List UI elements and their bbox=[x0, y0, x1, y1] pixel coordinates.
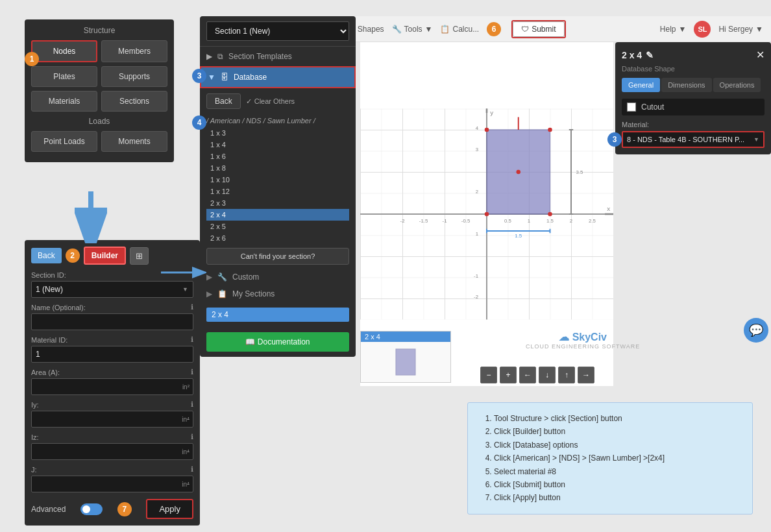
j-field: J: ℹ in⁴ bbox=[31, 465, 193, 492]
lumber-item[interactable]: 1 x 10 bbox=[206, 174, 349, 186]
iz-info-icon: ℹ bbox=[191, 433, 193, 441]
badge-2: 2 bbox=[66, 248, 80, 263]
members-btn[interactable]: Members bbox=[101, 40, 167, 62]
name-input[interactable] bbox=[31, 313, 193, 330]
expand-arrow-icon: ▶ bbox=[206, 289, 212, 298]
lumber-list: 1 x 31 x 41 x 61 x 81 x 101 x 122 x 32 x… bbox=[206, 127, 349, 244]
area-input[interactable] bbox=[31, 378, 193, 395]
pan-left-btn[interactable]: ← bbox=[519, 367, 536, 383]
section-modal: Section 1 (New) ▶ ⧉ Section Templates 3 … bbox=[200, 16, 356, 357]
lumber-item[interactable]: 1 x 12 bbox=[206, 186, 349, 197]
db-shape-label: Database Shape bbox=[622, 65, 765, 73]
chevron-down-icon: ▼ bbox=[755, 25, 763, 34]
point-loads-btn[interactable]: Point Loads bbox=[31, 131, 97, 152]
section-label-bar: 2 x 4 bbox=[206, 308, 349, 322]
svg-text:-1: -1 bbox=[474, 273, 478, 279]
j-info-icon: ℹ bbox=[191, 465, 193, 474]
lumber-item[interactable]: 2 x 4 bbox=[206, 209, 349, 221]
material-id-label: Material ID: ℹ bbox=[31, 335, 193, 344]
zoom-out-btn[interactable]: − bbox=[480, 367, 497, 383]
badge-1: 1 bbox=[25, 52, 39, 66]
j-input[interactable] bbox=[31, 476, 193, 492]
builder-btn[interactable]: Builder bbox=[84, 247, 126, 265]
apply-btn[interactable]: Apply bbox=[146, 499, 193, 519]
supports-btn[interactable]: Supports bbox=[101, 66, 167, 87]
materials-btn[interactable]: Materials bbox=[31, 91, 97, 112]
lumber-item[interactable]: 1 x 4 bbox=[206, 139, 349, 151]
material-id-input[interactable] bbox=[31, 346, 193, 363]
lumber-item[interactable]: 1 x 8 bbox=[206, 162, 349, 174]
my-sections-icon: 📋 bbox=[217, 289, 227, 298]
iy-info-icon: ℹ bbox=[191, 400, 193, 409]
section-select[interactable]: Section 1 (New) bbox=[206, 21, 349, 41]
nodes-btn[interactable]: Nodes bbox=[31, 40, 97, 62]
chevron-down-icon: ▼ bbox=[425, 25, 433, 34]
bottom-toolbar: − + ← ↓ ↑ → bbox=[480, 367, 594, 383]
modal-back-btn[interactable]: Back bbox=[206, 93, 241, 109]
svg-text:2: 2 bbox=[570, 218, 572, 224]
tabs-row: General Dimensions Operations bbox=[622, 78, 765, 92]
name-info-icon: ℹ bbox=[191, 303, 193, 311]
tab-operations-btn[interactable]: Operations bbox=[713, 78, 761, 92]
cutout-checkbox[interactable] bbox=[627, 103, 636, 112]
svg-rect-42 bbox=[396, 349, 415, 375]
user-menu-btn[interactable]: Hi Sergey ▼ bbox=[718, 25, 763, 34]
material-id-field: Material ID: ℹ bbox=[31, 335, 193, 363]
lumber-item[interactable]: 2 x 3 bbox=[206, 197, 349, 209]
svg-point-40 bbox=[548, 212, 552, 217]
iz-input[interactable] bbox=[31, 443, 193, 460]
j-unit: in⁴ bbox=[182, 481, 190, 488]
skyciv-sub: CLOUD ENGINEERING SOFTWARE bbox=[526, 343, 640, 350]
tab-dimensions-btn[interactable]: Dimensions bbox=[661, 78, 711, 92]
breadcrumb-section: 4 / American / NDS / Sawn Lumber / bbox=[200, 114, 356, 127]
chevron-down-icon: ▼ bbox=[679, 25, 687, 34]
iy-field: Iy: ℹ in⁴ bbox=[31, 400, 193, 428]
section-templates-item[interactable]: ▶ ⧉ Section Templates bbox=[200, 47, 356, 66]
svg-text:1: 1 bbox=[476, 231, 478, 237]
moments-btn[interactable]: Moments bbox=[101, 131, 167, 152]
advanced-toggle[interactable] bbox=[80, 503, 103, 515]
pan-right-btn[interactable]: → bbox=[578, 367, 594, 383]
book-icon: 📖 bbox=[245, 337, 255, 346]
clear-others[interactable]: ✓ Clear Others bbox=[246, 97, 295, 106]
lumber-item[interactable]: 1 x 6 bbox=[206, 151, 349, 162]
chat-icon[interactable]: 💬 bbox=[744, 318, 768, 343]
database-item[interactable]: ▼ 🗄 Database bbox=[200, 66, 356, 88]
edit-icon[interactable]: ✎ bbox=[646, 50, 654, 60]
documentation-btn[interactable]: 📖 Documentation bbox=[206, 332, 349, 352]
iy-input[interactable] bbox=[31, 411, 193, 428]
shield-icon: 🛡 bbox=[521, 25, 529, 34]
area-input-wrapper: in² bbox=[31, 378, 193, 395]
close-btn[interactable]: ✕ bbox=[756, 49, 765, 61]
section-back-btn[interactable]: Back bbox=[31, 248, 62, 263]
material-select-wrapper: 8 - NDS - Table 4B - SOUTHERN P... bbox=[622, 131, 765, 148]
calc-btn[interactable]: 📋 Calcu... bbox=[440, 25, 479, 34]
pan-up-btn[interactable]: ↑ bbox=[558, 367, 575, 383]
grid-view-btn[interactable]: ⊞ bbox=[130, 247, 149, 265]
help-btn[interactable]: Help ▼ bbox=[660, 25, 687, 34]
svg-text:3.5: 3.5 bbox=[576, 169, 584, 175]
sections-btn[interactable]: Sections bbox=[101, 91, 167, 112]
lumber-item[interactable]: 1 x 3 bbox=[206, 127, 349, 139]
plates-btn[interactable]: Plates bbox=[31, 66, 97, 87]
instruction-2: Click [Builder] button bbox=[494, 425, 739, 438]
svg-text:4: 4 bbox=[476, 125, 479, 131]
tab-general-btn[interactable]: General bbox=[622, 78, 660, 92]
lumber-item[interactable]: 2 x 6 bbox=[206, 232, 349, 244]
lumber-item[interactable]: 2 x 5 bbox=[206, 221, 349, 232]
shape-title: 2 x 4 ✎ bbox=[622, 50, 654, 60]
zoom-in-btn[interactable]: + bbox=[500, 367, 517, 383]
my-sections-item[interactable]: ▶ 📋 My Sections bbox=[200, 285, 356, 302]
structure-grid: Nodes Members Plates Supports Materials … bbox=[31, 40, 167, 112]
badge-3a: 3 bbox=[192, 69, 206, 83]
nav-right: Help ▼ SL Hi Sergey ▼ bbox=[660, 21, 763, 38]
svg-text:1.5: 1.5 bbox=[546, 218, 554, 224]
pan-down-btn[interactable]: ↓ bbox=[539, 367, 556, 383]
custom-item[interactable]: ▶ 🔧 Custom bbox=[200, 269, 356, 285]
tools-btn[interactable]: 🔧 Tools ▼ bbox=[392, 25, 433, 34]
user-avatar: SL bbox=[694, 21, 711, 38]
submit-btn[interactable]: 🛡 Submit bbox=[513, 21, 564, 37]
cant-find-btn[interactable]: Can't find your section? bbox=[206, 248, 349, 265]
material-select[interactable]: 8 - NDS - Table 4B - SOUTHERN P... bbox=[622, 131, 765, 148]
templates-icon: ⧉ bbox=[217, 52, 223, 61]
